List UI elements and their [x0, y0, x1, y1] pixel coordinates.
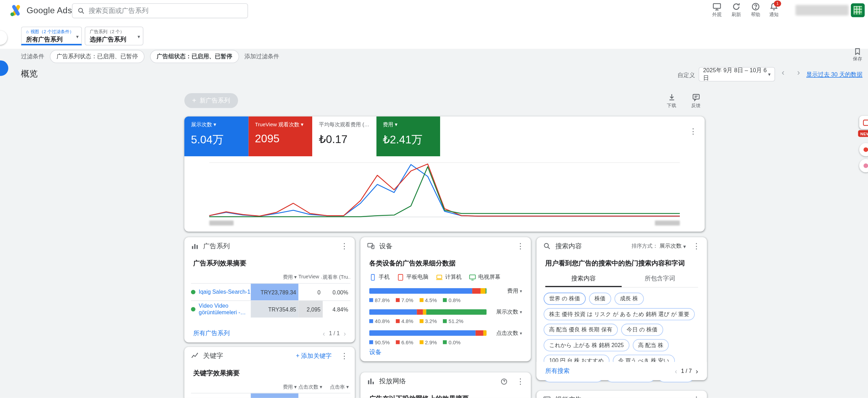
column-header-empty: [191, 382, 251, 393]
add-keyword-button[interactable]: + 添加关键字: [296, 352, 331, 360]
search-term-chip[interactable]: 高 配当 株: [633, 339, 669, 351]
scorecard-4[interactable]: 费用 ▾₺2.41万: [376, 117, 440, 156]
bar-metric-dropdown[interactable]: 点击次数 ▾: [496, 329, 522, 337]
download-button[interactable]: 下载: [661, 93, 682, 109]
legend-item-手机: 手机: [369, 273, 390, 281]
devices-card-menu-button[interactable]: ⋮: [516, 242, 524, 250]
refresh-button[interactable]: 刷新: [726, 2, 747, 18]
view-scope-dropdown[interactable]: ⌂视图（2 个过滤条件） 所有广告系列 ▾: [21, 27, 82, 45]
scorecard-2[interactable]: TrueView 观看次数 ▾2095: [248, 117, 312, 156]
devices-icon: [367, 242, 375, 250]
chart-card-menu-button[interactable]: ⋮: [689, 127, 697, 135]
devices-link[interactable]: 设备: [369, 348, 382, 356]
all-searches-link[interactable]: 所有搜索: [545, 367, 570, 375]
campaign-link[interactable]: Video Video görüntülemeleri -…: [199, 302, 251, 316]
campaigns-card: 广告系列 ⋮ 广告系列效果摘要 费用 ▾ TrueView … ▾ 观看率 (T…: [184, 237, 355, 343]
scorecard-3[interactable]: 平均每次观看费用 (…₺0.17: [312, 117, 376, 156]
scorecard-metric-value: ₺0.17: [319, 133, 369, 146]
search-next-page-button[interactable]: ›: [696, 367, 698, 375]
appearance-label: 外观: [706, 12, 727, 18]
column-header-empty: [191, 272, 251, 283]
search-term-chip[interactable]: 世界 の 株価: [544, 293, 585, 305]
date-custom-label: 自定义: [678, 72, 695, 79]
campaign-scope-label: 广告系列（2 个）: [90, 29, 124, 35]
keywords-card: 关键字 + 添加关键字 ⋮ 关键字效果摘要 费用 ▾ 点击次数 ▾ 点击率 ▾ …: [184, 347, 355, 398]
keyword-clicks-cell: 451: [298, 393, 323, 398]
search-prev-page-button[interactable]: ‹: [675, 367, 677, 375]
right-float-promo-button[interactable]: [859, 116, 868, 129]
networks-help-button[interactable]: [500, 378, 508, 385]
campaigns-page-indicator: 1 / 1: [329, 330, 340, 336]
networks-card-menu-button[interactable]: ⋮: [516, 377, 524, 385]
bar-metric-dropdown[interactable]: 费用 ▾: [507, 287, 522, 295]
column-header-ctr[interactable]: 点击率 ▾: [323, 382, 350, 393]
google-ads-triangle-icon: [10, 5, 22, 17]
left-nav-active-item[interactable]: [0, 60, 8, 76]
campaign-row-name: Iqaig Sales-Search-1: [191, 283, 251, 300]
column-header-clicks[interactable]: 点击次数 ▾: [298, 382, 323, 393]
help-icon: [500, 378, 508, 385]
show-last-30-days-link[interactable]: 显示过去 30 天的数据: [806, 71, 862, 78]
column-header-trueview[interactable]: TrueView … ▾: [298, 272, 323, 283]
search-term-chip[interactable]: これから 上がる 株 銘柄 2025: [544, 339, 629, 351]
account-avatar[interactable]: [851, 3, 865, 17]
filter-chip-campaign-status[interactable]: 广告系列状态：已启用、已暂停: [50, 50, 145, 63]
tab-search-terms[interactable]: 搜索内容: [545, 271, 622, 287]
keywords-card-menu-button[interactable]: ⋮: [340, 352, 348, 360]
campaign-scope-dropdown[interactable]: 广告系列（2 个） 选择广告系列 ▾: [85, 27, 143, 45]
networks-card: 投放网络 ⋮ 广告在以下投放网络上的效果摘要: [360, 373, 531, 398]
campaigns-card-menu-button[interactable]: ⋮: [340, 242, 348, 250]
save-button[interactable]: 保存: [849, 48, 866, 63]
search-placeholder: 搜索页面或广告系列: [89, 6, 148, 15]
promo-icon: [862, 119, 868, 126]
add-filter-button[interactable]: 添加过滤条件: [244, 53, 279, 60]
new-campaign-button[interactable]: + 新广告系列: [184, 93, 238, 108]
campaigns-next-page-button[interactable]: ›: [344, 330, 346, 337]
search-term-chip[interactable]: 株主 優待 投資 は リスク が ある ため 銘柄 選び が 重要: [544, 308, 695, 320]
video-ads-card-menu-button[interactable]: ⋮: [692, 396, 700, 398]
home-icon: ⌂: [26, 29, 29, 34]
search-terms-card-title: 搜索内容: [555, 241, 582, 251]
filter-bar: 过滤条件 广告系列状态：已启用、已暂停 广告组状态：已启用、已暂停 添加过滤条件: [21, 50, 279, 63]
save-label: 保存: [849, 56, 866, 62]
column-header-cost[interactable]: 费用 ▾: [251, 272, 299, 283]
search-input[interactable]: 搜索页面或广告系列: [72, 3, 248, 18]
percent-item: 51.2%: [443, 318, 463, 324]
notifications-label: 通知: [763, 12, 784, 18]
sort-by-dropdown[interactable]: 排序方式： 展示次数 ▾: [631, 242, 686, 250]
campaign-link[interactable]: Iqaig Sales-Search-1: [199, 288, 250, 295]
laptop-icon: [436, 273, 443, 281]
legend-item-电视屏幕: 电视屏幕: [469, 273, 501, 281]
percent-item: 7.0%: [396, 297, 413, 303]
search-terms-card-menu-button[interactable]: ⋮: [692, 242, 700, 250]
column-header-cost[interactable]: 费用 ▾: [251, 382, 299, 393]
google-ads-logo[interactable]: Google Ads: [10, 5, 72, 17]
help-button[interactable]: 帮助: [745, 2, 766, 18]
help-icon: [751, 2, 760, 11]
chevron-down-icon: ▾: [683, 243, 686, 249]
search-term-chip[interactable]: 成長 株: [614, 293, 644, 305]
date-prev-button[interactable]: ‹: [782, 68, 784, 77]
right-float-assistant-button[interactable]: [859, 159, 868, 172]
keywords-icon: [191, 352, 199, 360]
notifications-button[interactable]: 1 通知: [763, 2, 784, 18]
feedback-button[interactable]: 反馈: [685, 93, 706, 109]
campaigns-prev-page-button[interactable]: ‹: [323, 330, 325, 337]
right-float-chat-button[interactable]: [859, 143, 868, 156]
save-bookmark-icon: [854, 48, 861, 55]
search-term-chip[interactable]: 株価: [589, 293, 611, 305]
percent-item: 3.2%: [420, 318, 437, 324]
tab-included-words[interactable]: 所包含字词: [622, 271, 698, 287]
appearance-button[interactable]: 外观: [706, 2, 727, 18]
bar-metric-dropdown[interactable]: 展示次数 ▾: [496, 308, 522, 316]
column-header-viewrate[interactable]: 观看率 (Tru… ▾: [323, 272, 350, 283]
refresh-label: 刷新: [726, 12, 747, 18]
search-icon: [543, 242, 551, 250]
all-campaigns-link[interactable]: 所有广告系列: [193, 329, 230, 338]
search-term-chip[interactable]: 今日 の 株価: [621, 324, 663, 336]
date-next-button[interactable]: ›: [797, 68, 800, 77]
filter-chip-adgroup-status[interactable]: 广告组状态：已启用、已暂停: [150, 50, 239, 63]
scorecard-1[interactable]: 展示次数 ▾5.04万: [184, 117, 248, 156]
date-range-picker[interactable]: 2025年 9月 8日 – 10月 6日 ▾: [699, 67, 775, 81]
search-term-chip[interactable]: 高 配当 優良 株 長期 保有: [544, 324, 618, 336]
